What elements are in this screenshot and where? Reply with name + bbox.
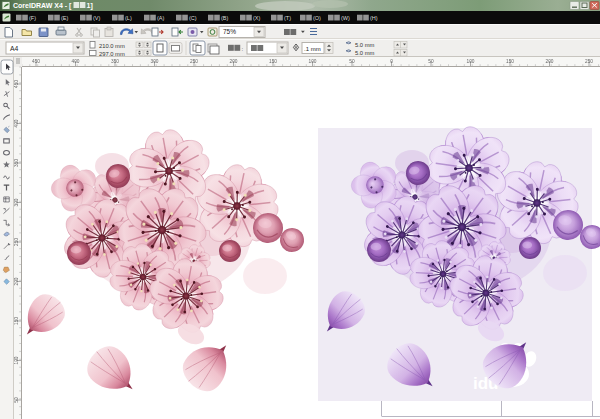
svg-text:50: 50 (14, 397, 19, 403)
svg-text:150: 150 (506, 59, 514, 64)
svg-text:(O): (O) (313, 15, 321, 21)
svg-text:A4: A4 (10, 45, 19, 52)
svg-text:CorelDRAW X4 - [: CorelDRAW X4 - [ (13, 2, 72, 10)
svg-text:450: 450 (32, 59, 40, 64)
svg-text:(E): (E) (61, 15, 69, 21)
svg-text:400: 400 (71, 59, 79, 64)
svg-text:(C): (C) (189, 15, 197, 21)
svg-text:300: 300 (150, 59, 158, 64)
svg-text:75%: 75% (223, 28, 236, 35)
svg-text:350: 350 (111, 59, 119, 64)
svg-text:.1 mm: .1 mm (304, 46, 321, 52)
svg-text:1]: 1] (87, 2, 93, 10)
svg-text:250: 250 (14, 238, 19, 246)
svg-text:(H): (H) (370, 15, 378, 21)
svg-text:(V): (V) (93, 15, 101, 21)
svg-text:(F): (F) (29, 15, 36, 21)
svg-text:100: 100 (308, 59, 316, 64)
svg-text:50: 50 (349, 59, 355, 64)
svg-text:300: 300 (14, 198, 19, 206)
svg-text:297.0 mm: 297.0 mm (99, 51, 125, 57)
svg-text:200: 200 (14, 277, 19, 285)
svg-text:(B): (B) (221, 15, 229, 21)
svg-text:5.0 mm: 5.0 mm (355, 42, 374, 48)
svg-text:(X): (X) (253, 15, 261, 21)
svg-text:250: 250 (585, 59, 593, 64)
svg-text:400: 400 (14, 119, 19, 127)
svg-text:350: 350 (14, 159, 19, 167)
svg-text:250: 250 (190, 59, 198, 64)
svg-text:200: 200 (545, 59, 553, 64)
svg-text:100: 100 (14, 356, 19, 364)
svg-text:(W): (W) (341, 15, 350, 21)
svg-text:0: 0 (390, 59, 393, 64)
svg-text:(T): (T) (284, 15, 291, 21)
svg-text:210.0 mm: 210.0 mm (99, 43, 125, 49)
svg-text:50: 50 (428, 59, 434, 64)
svg-text:150: 150 (14, 317, 19, 325)
svg-text:5.0 mm: 5.0 mm (355, 50, 374, 56)
svg-text:450: 450 (14, 80, 19, 88)
svg-text:200: 200 (229, 59, 237, 64)
svg-text:150: 150 (269, 59, 277, 64)
svg-text:(A): (A) (157, 15, 165, 21)
svg-text:100: 100 (466, 59, 474, 64)
svg-text:(L): (L) (125, 15, 132, 21)
